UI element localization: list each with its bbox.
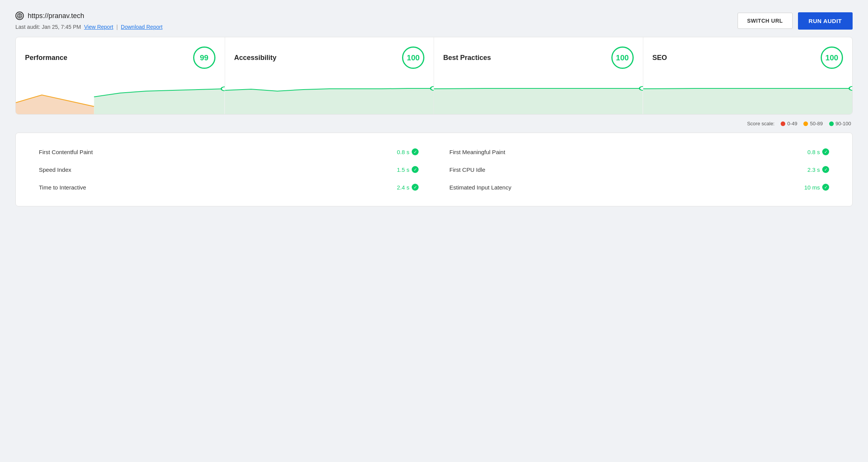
metric-tti: Time to Interactive 2.4 s ✓ xyxy=(39,184,419,191)
metric-si-value: 1.5 s ✓ xyxy=(397,166,419,173)
seo-chart xyxy=(643,76,853,114)
metric-fmp-value: 0.8 s ✓ xyxy=(807,148,829,155)
svg-point-0 xyxy=(17,13,22,18)
view-report-button[interactable]: View Report xyxy=(84,24,113,30)
header-left: https://pranav.tech Last audit: Jan 25, … xyxy=(15,12,162,30)
metric-fcp-label: First Contentful Paint xyxy=(39,149,93,155)
metric-si-number: 1.5 s xyxy=(397,166,409,173)
metric-tti-label: Time to Interactive xyxy=(39,184,86,191)
header-right: SWITCH URL RUN AUDIT xyxy=(738,12,853,30)
audit-row: Last audit: Jan 25, 7:45 PM View Report … xyxy=(15,24,162,30)
metric-fci-label: First CPU Idle xyxy=(449,166,485,173)
svg-marker-6 xyxy=(434,88,643,114)
score-scale-label: Score scale: xyxy=(747,121,775,126)
run-audit-button[interactable]: RUN AUDIT xyxy=(798,12,853,30)
scale-red-label: 0-49 xyxy=(787,121,797,126)
metric-si: Speed Index 1.5 s ✓ xyxy=(39,166,419,173)
scale-orange-label: 50-89 xyxy=(810,121,823,126)
globe-icon xyxy=(15,12,24,20)
svg-marker-8 xyxy=(643,88,853,114)
performance-header: Performance 99 xyxy=(25,47,215,69)
metric-tti-check-icon: ✓ xyxy=(412,184,419,191)
metrics-grid: First Contentful Paint 0.8 s ✓ First Mea… xyxy=(39,148,829,191)
metric-si-label: Speed Index xyxy=(39,166,71,173)
performance-card: Performance 99 xyxy=(16,37,225,114)
seo-header: SEO 100 xyxy=(653,47,843,69)
seo-title: SEO xyxy=(653,54,667,62)
metric-fci-number: 2.3 s xyxy=(807,166,820,173)
download-report-button[interactable]: Download Report xyxy=(121,24,162,30)
metric-fmp-label: First Meaningful Paint xyxy=(449,149,505,155)
best-practices-title: Best Practices xyxy=(443,54,491,62)
performance-title: Performance xyxy=(25,54,67,62)
best-practices-chart xyxy=(434,76,643,114)
metric-eil: Estimated Input Latency 10 ms ✓ xyxy=(449,184,829,191)
metric-tti-number: 2.4 s xyxy=(397,184,409,191)
metric-fci-check-icon: ✓ xyxy=(822,166,829,173)
separator: | xyxy=(116,24,118,30)
page-header: https://pranav.tech Last audit: Jan 25, … xyxy=(15,12,853,30)
metric-eil-number: 10 ms xyxy=(804,184,820,191)
metric-eil-value: 10 ms ✓ xyxy=(804,184,829,191)
svg-point-9 xyxy=(849,86,852,90)
svg-marker-4 xyxy=(225,88,434,114)
metric-tti-value: 2.4 s ✓ xyxy=(397,184,419,191)
accessibility-card: Accessibility 100 xyxy=(225,37,434,114)
best-practices-header: Best Practices 100 xyxy=(443,47,634,69)
accessibility-header: Accessibility 100 xyxy=(234,47,425,69)
accessibility-score: 100 xyxy=(402,47,424,69)
scale-green: 90-100 xyxy=(829,121,851,126)
svg-marker-2 xyxy=(94,89,224,114)
accessibility-title: Accessibility xyxy=(234,54,277,62)
url-row: https://pranav.tech xyxy=(15,12,162,20)
metric-fci-value: 2.3 s ✓ xyxy=(807,166,829,173)
metric-eil-label: Estimated Input Latency xyxy=(449,184,511,191)
metric-fcp-value: 0.8 s ✓ xyxy=(397,148,419,155)
dot-orange-icon xyxy=(803,121,808,126)
metric-fcp-check-icon: ✓ xyxy=(412,148,419,155)
metric-fcp: First Contentful Paint 0.8 s ✓ xyxy=(39,148,419,155)
last-audit-text: Last audit: Jan 25, 7:45 PM xyxy=(15,24,81,30)
scale-green-label: 90-100 xyxy=(836,121,851,126)
performance-score: 99 xyxy=(193,47,215,69)
seo-card: SEO 100 xyxy=(643,37,853,114)
dot-green-icon xyxy=(829,121,834,126)
metric-fci: First CPU Idle 2.3 s ✓ xyxy=(449,166,829,173)
best-practices-card: Best Practices 100 xyxy=(434,37,643,114)
svg-point-5 xyxy=(431,86,434,90)
metric-fmp-number: 0.8 s xyxy=(807,149,820,155)
scale-orange: 50-89 xyxy=(803,121,823,126)
metric-fcp-number: 0.8 s xyxy=(397,149,409,155)
performance-chart xyxy=(16,76,225,114)
accessibility-chart xyxy=(225,76,434,114)
switch-url-button[interactable]: SWITCH URL xyxy=(738,13,793,29)
dot-red-icon xyxy=(781,121,785,126)
metric-fmp-check-icon: ✓ xyxy=(822,148,829,155)
best-practices-score: 100 xyxy=(611,47,634,69)
metrics-card: First Contentful Paint 0.8 s ✓ First Mea… xyxy=(15,133,853,206)
scale-red: 0-49 xyxy=(781,121,797,126)
svg-point-3 xyxy=(221,87,224,91)
score-scale-row: Score scale: 0-49 50-89 90-100 xyxy=(15,121,853,126)
metric-eil-check-icon: ✓ xyxy=(822,184,829,191)
seo-score: 100 xyxy=(821,47,843,69)
url-text: https://pranav.tech xyxy=(28,12,84,20)
metric-fmp: First Meaningful Paint 0.8 s ✓ xyxy=(449,148,829,155)
metric-si-check-icon: ✓ xyxy=(412,166,419,173)
svg-point-7 xyxy=(639,86,643,90)
score-cards-container: Performance 99 Accessibility 100 xyxy=(15,37,853,115)
